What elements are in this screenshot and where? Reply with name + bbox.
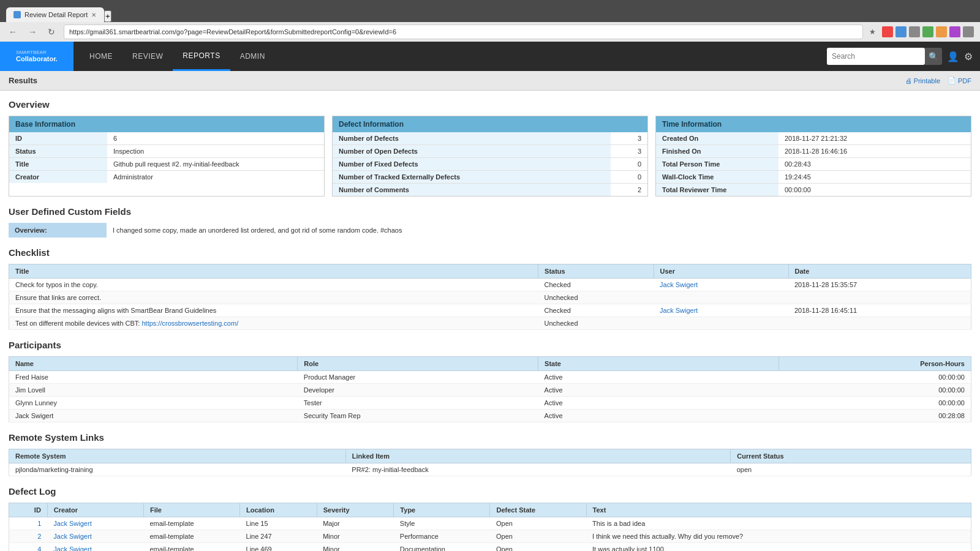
time-row-4: Total Reviewer Time 00:00:00 bbox=[656, 184, 971, 196]
ext-icon-6[interactable] bbox=[949, 26, 960, 37]
defect-state-0: Open bbox=[490, 517, 586, 530]
participants-col-name: Name bbox=[9, 357, 298, 371]
url-text: https://gmail361.smartbeartrial.com/go?p… bbox=[69, 28, 396, 36]
user-profile-icon[interactable]: 👤 bbox=[947, 51, 959, 62]
printable-label: Printable bbox=[914, 77, 940, 84]
results-actions: 🖨 Printable 📄 PDF bbox=[905, 77, 971, 84]
search-input[interactable] bbox=[827, 48, 925, 65]
refresh-button[interactable]: ↻ bbox=[45, 26, 58, 38]
forward-button[interactable]: → bbox=[26, 26, 39, 38]
defect-col-text: Text bbox=[586, 503, 971, 517]
checklist-user-link-2[interactable]: Jack Swigert bbox=[660, 307, 698, 314]
defect-col-type: Type bbox=[394, 503, 490, 517]
defect-label-0: Number of Defects bbox=[333, 132, 611, 144]
tab-close-button[interactable]: ✕ bbox=[91, 12, 96, 18]
defect-col-creator: Creator bbox=[47, 503, 143, 517]
defect-id-2: 4 bbox=[9, 543, 48, 552]
new-tab-button[interactable]: + bbox=[104, 10, 111, 22]
ext-icon-1[interactable] bbox=[882, 26, 893, 37]
main-content: Overview Base Information ID 6 Status In… bbox=[0, 91, 980, 551]
checklist-status-1: Unchecked bbox=[538, 291, 654, 304]
browser-extension-icons bbox=[882, 26, 974, 37]
participants-title: Participants bbox=[9, 340, 971, 350]
defect-value-1: 3 bbox=[611, 145, 647, 157]
time-row-0: Created On 2018-11-27 21:21:32 bbox=[656, 132, 971, 145]
participant-role-2: Tester bbox=[298, 397, 538, 410]
remote-linked-0: PR#2: my-initial-feedback bbox=[345, 463, 730, 476]
checklist-title-1: Ensure that links are correct. bbox=[9, 291, 538, 304]
checklist-user-3 bbox=[654, 317, 788, 330]
checklist-status-0: Checked bbox=[538, 279, 654, 291]
remote-status-0: open bbox=[731, 463, 971, 476]
participant-state-1: Active bbox=[538, 384, 779, 397]
defect-log-title: Defect Log bbox=[9, 486, 971, 497]
participant-role-1: Developer bbox=[298, 384, 538, 397]
defect-id-link-2[interactable]: 4 bbox=[37, 545, 41, 551]
checklist-title-text-3: Test on different mobile devices with CB… bbox=[15, 320, 140, 327]
ext-icon-4[interactable] bbox=[922, 26, 933, 37]
defect-creator-0: Jack Swigert bbox=[47, 517, 143, 530]
ext-icon-2[interactable] bbox=[895, 26, 907, 37]
back-button[interactable]: ← bbox=[6, 26, 20, 38]
time-value-4: 00:00:00 bbox=[778, 184, 971, 196]
defect-label-1: Number of Open Defects bbox=[333, 145, 611, 157]
checklist-date-2: 2018-11-28 16:45:11 bbox=[788, 304, 971, 317]
settings-icon[interactable]: ⚙ bbox=[964, 51, 973, 62]
defect-col-state: Defect State bbox=[490, 503, 586, 517]
nav-item-review[interactable]: REVIEW bbox=[123, 42, 173, 71]
base-label-status: Status bbox=[9, 145, 107, 157]
base-label-creator: Creator bbox=[9, 171, 107, 183]
defect-creator-2: Jack Swigert bbox=[47, 543, 143, 552]
defect-id-link-1[interactable]: 2 bbox=[37, 533, 41, 540]
participants-col-role: Role bbox=[298, 357, 538, 371]
printable-link[interactable]: 🖨 Printable bbox=[905, 77, 940, 84]
base-value-title: Github pull request #2. my-initial-feedb… bbox=[107, 158, 324, 170]
defect-col-id: ID bbox=[9, 503, 48, 517]
active-tab[interactable]: Review Detail Report ✕ bbox=[6, 7, 104, 22]
participant-role-0: Product Manager bbox=[298, 371, 538, 384]
bookmark-icon[interactable]: ★ bbox=[869, 28, 876, 36]
overview-title: Overview bbox=[9, 99, 971, 110]
url-bar[interactable]: https://gmail361.smartbeartrial.com/go?p… bbox=[64, 24, 863, 39]
defect-text-0: This is a bad idea bbox=[586, 517, 971, 530]
participant-hours-1: 00:00:00 bbox=[778, 384, 971, 397]
ext-icon-3[interactable] bbox=[909, 26, 920, 37]
time-value-2: 00:28:43 bbox=[778, 158, 971, 170]
pdf-label: PDF bbox=[958, 77, 971, 84]
participant-name-0: Fred Haise bbox=[9, 371, 298, 384]
time-row-2: Total Person Time 00:28:43 bbox=[656, 158, 971, 171]
checklist-table: Title Status User Date Check for typos i… bbox=[9, 264, 971, 330]
defect-row-4: Number of Comments 2 bbox=[333, 184, 647, 196]
defect-type-2: Documentation bbox=[394, 543, 490, 552]
pdf-link[interactable]: 📄 PDF bbox=[948, 77, 971, 84]
ext-icon-5[interactable] bbox=[936, 26, 947, 37]
defect-info-header: Defect Information bbox=[333, 116, 647, 132]
defect-location-0: Line 15 bbox=[240, 517, 317, 530]
app-logo: SMARTBEAR Collaborator. bbox=[0, 42, 74, 71]
nav-item-reports[interactable]: REPORTS bbox=[173, 42, 230, 71]
defect-id-link-0[interactable]: 1 bbox=[37, 520, 41, 527]
base-label-title: Title bbox=[9, 158, 107, 170]
participant-hours-0: 00:00:00 bbox=[778, 371, 971, 384]
nav-item-home[interactable]: HOME bbox=[80, 42, 123, 71]
defect-creator-link-2[interactable]: Jack Swigert bbox=[53, 545, 91, 551]
remote-col-system: Remote System bbox=[9, 449, 346, 463]
checklist-title-0: Check for typos in the copy. bbox=[9, 279, 538, 291]
custom-fields: Overview: I changed some copy, made an u… bbox=[9, 223, 971, 238]
participant-name-2: Glynn Lunney bbox=[9, 397, 298, 410]
defect-creator-link-0[interactable]: Jack Swigert bbox=[53, 520, 91, 527]
logo-text: SMARTBEAR Collaborator. bbox=[16, 50, 58, 64]
nav-item-admin[interactable]: ADMIN bbox=[230, 42, 275, 71]
checklist-date-1 bbox=[788, 291, 971, 304]
defect-state-2: Open bbox=[490, 543, 586, 552]
defect-id-1: 2 bbox=[9, 530, 48, 543]
checklist-external-link[interactable]: https://crossbrowsertesting.com/ bbox=[141, 320, 238, 327]
time-row-3: Wall-Clock Time 19:24:45 bbox=[656, 171, 971, 184]
participant-row-1: Jim Lovell Developer Active 00:00:00 bbox=[9, 384, 971, 397]
defect-creator-link-1[interactable]: Jack Swigert bbox=[53, 533, 91, 540]
checklist-user-link-0[interactable]: Jack Swigert bbox=[660, 281, 698, 288]
ext-icon-7[interactable] bbox=[963, 26, 974, 37]
checklist-title-3: Test on different mobile devices with CB… bbox=[9, 317, 538, 330]
search-button[interactable]: 🔍 bbox=[925, 48, 942, 65]
participant-name-1: Jim Lovell bbox=[9, 384, 298, 397]
